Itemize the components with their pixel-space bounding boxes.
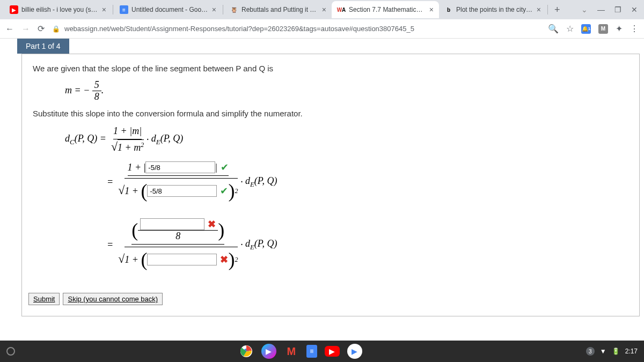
tab-title: Rebuttals and Putting it Togeth	[241, 6, 319, 13]
gmail-icon[interactable]: M	[284, 344, 299, 359]
de-label: dE(P, Q)	[151, 133, 184, 146]
tab-title: Untitled document - Google Do	[131, 6, 209, 13]
tab-separator	[113, 5, 113, 14]
one-plus: 1 +	[125, 254, 138, 265]
denominator-input-2[interactable]	[147, 254, 217, 265]
url-field[interactable]: 🔒 webassign.net/web/Student/Assignment-R…	[52, 25, 540, 33]
clock: 2:17	[625, 348, 638, 355]
wifi-icon: ▼	[600, 348, 606, 355]
formula-numerator: 1 + |m|	[113, 125, 142, 139]
extension-notification-icon[interactable]: 🔔1	[581, 24, 591, 34]
taskbar-apps: ▶ M ≡ ▶ ▶	[239, 344, 362, 359]
browser-tab-active[interactable]: WA Section 7.7 Mathematical Exc ×	[332, 1, 439, 18]
browser-tab-strip: ▶ billie eilish - i love you (slowed × ≡…	[0, 0, 644, 19]
answer-denominator-2: √ 1 + ( ✖ )2	[118, 245, 238, 271]
problem-container: We are given that the slope of the line …	[21, 54, 640, 316]
tab-separator	[547, 5, 548, 14]
toolbar-right: 🔍 ☆ 🔔1 M ✦ ⋮	[548, 24, 639, 34]
play-store-icon[interactable]: ▶	[261, 344, 276, 359]
answer-numerator-1: 1 + || ✔	[128, 161, 229, 176]
cross-icon: ✖	[220, 254, 228, 265]
skip-button[interactable]: Skip (you cannot come back)	[63, 293, 163, 305]
answer-numerator-2: ( ✖ 8 )	[131, 218, 224, 245]
squared: 2	[235, 256, 238, 264]
launcher-icon[interactable]	[6, 347, 15, 356]
media-player-icon[interactable]: ▶	[347, 344, 362, 359]
chevron-down-icon[interactable]: ⌄	[581, 5, 588, 14]
browser-tab[interactable]: ▶ billie eilish - i love you (slowed ×	[4, 1, 112, 18]
numerator-input-1[interactable]	[145, 161, 215, 173]
docs-icon[interactable]: ≡	[306, 345, 317, 358]
dot: ·	[147, 134, 149, 145]
youtube-icon: ▶	[10, 5, 18, 14]
de-label: dE(P, Q)	[245, 175, 277, 189]
url-text: webassign.net/web/Student/Assignment-Res…	[64, 25, 414, 33]
check-icon: ✔	[221, 161, 229, 173]
answer-row-2: = ( ✖ 8 ) √ 1 + (	[107, 218, 628, 271]
window-controls: ⌄ — ❐ ✕	[581, 5, 640, 14]
answer-denominator-1: √ 1 + ( ✔ )2	[118, 176, 238, 202]
close-icon[interactable]: ×	[322, 5, 326, 14]
owl-icon: 🦉	[230, 5, 238, 14]
bookmark-icon[interactable]: ☆	[566, 24, 574, 34]
close-icon[interactable]: ×	[429, 5, 434, 14]
answer-fraction-2: ( ✖ 8 ) √ 1 + ( ✖ )2	[118, 218, 238, 271]
taskbar: ▶ M ≡ ▶ ▶ 3 ▼ 🔋 2:17	[0, 341, 644, 362]
reload-button[interactable]: ⟳	[38, 24, 45, 34]
system-tray[interactable]: 3 ▼ 🔋 2:17	[586, 347, 638, 356]
fraction-numerator: 5	[92, 79, 101, 91]
menu-icon[interactable]: ⋮	[630, 24, 639, 34]
formula-row: dC(P, Q) = 1 + |m| √1 + m2 · dE(P, Q)	[65, 125, 628, 154]
chrome-icon[interactable]	[239, 344, 254, 359]
period: .	[101, 85, 104, 95]
webassign-icon: WA	[337, 5, 346, 14]
check-icon: ✔	[220, 185, 228, 197]
squared: 2	[235, 187, 238, 195]
youtube-icon[interactable]: ▶	[325, 346, 340, 357]
browser-tab[interactable]: 🦉 Rebuttals and Putting it Togeth ×	[224, 1, 332, 18]
tab-title: Plot the points in the city circl	[456, 6, 533, 13]
brainly-icon: b	[444, 5, 453, 14]
one-plus: 1 +	[128, 162, 142, 173]
inner-fraction: ✖ 8	[138, 218, 218, 242]
new-tab-button[interactable]: +	[549, 4, 566, 16]
browser-tab[interactable]: b Plot the points in the city circl ×	[439, 1, 546, 18]
equals-sign: =	[107, 176, 113, 188]
tab-title: Section 7.7 Mathematical Exc	[349, 6, 426, 13]
slope-fraction: 5 8	[92, 79, 101, 102]
fraction-denominator: 8	[92, 91, 101, 102]
denominator-input-1[interactable]	[147, 185, 217, 197]
tab-title: billie eilish - i love you (slowed	[21, 6, 99, 13]
lock-icon: 🔒	[52, 25, 60, 33]
dc-label: dC(P, Q) =	[65, 133, 106, 146]
browser-tab[interactable]: ≡ Untitled document - Google Do ×	[114, 1, 222, 18]
minimize-icon[interactable]: —	[597, 5, 605, 14]
action-row: Submit Skip (you cannot come back)	[28, 293, 163, 305]
docs-icon: ≡	[120, 5, 128, 14]
part-header: Part 1 of 4	[17, 39, 69, 54]
formula-fraction: 1 + |m| √1 + m2	[111, 125, 144, 154]
close-icon[interactable]: ×	[212, 5, 216, 14]
one-plus: 1 +	[125, 186, 138, 197]
slope-equation: m = − 5 8 .	[65, 79, 628, 102]
zoom-icon[interactable]: 🔍	[548, 24, 559, 34]
close-icon[interactable]: ×	[537, 5, 541, 14]
forward-button[interactable]: →	[21, 24, 30, 34]
submit-button[interactable]: Submit	[28, 293, 60, 305]
notification-count: 3	[586, 347, 595, 356]
extension-icon[interactable]: M	[598, 24, 608, 34]
answer-row-1: = 1 + || ✔ √ 1 + ( ✔ )2 · dE(P, Q	[107, 161, 628, 202]
close-icon[interactable]: ×	[102, 5, 106, 14]
slope-lhs: m = −	[65, 85, 90, 95]
address-bar: ← → ⟳ 🔒 webassign.net/web/Student/Assign…	[0, 19, 644, 39]
maximize-icon[interactable]: ❐	[614, 5, 621, 14]
close-window-icon[interactable]: ✕	[631, 5, 638, 14]
back-button[interactable]: ←	[5, 24, 14, 34]
extensions-icon[interactable]: ✦	[616, 24, 623, 34]
answer-fraction-1: 1 + || ✔ √ 1 + ( ✔ )2	[118, 161, 238, 202]
dot: ·	[240, 176, 243, 188]
instruction-text: Substitute this slope into the conversio…	[33, 109, 628, 118]
intro-text: We are given that the slope of the line …	[33, 64, 628, 73]
battery-icon: 🔋	[612, 348, 620, 355]
numerator-input-2[interactable]	[140, 218, 204, 230]
